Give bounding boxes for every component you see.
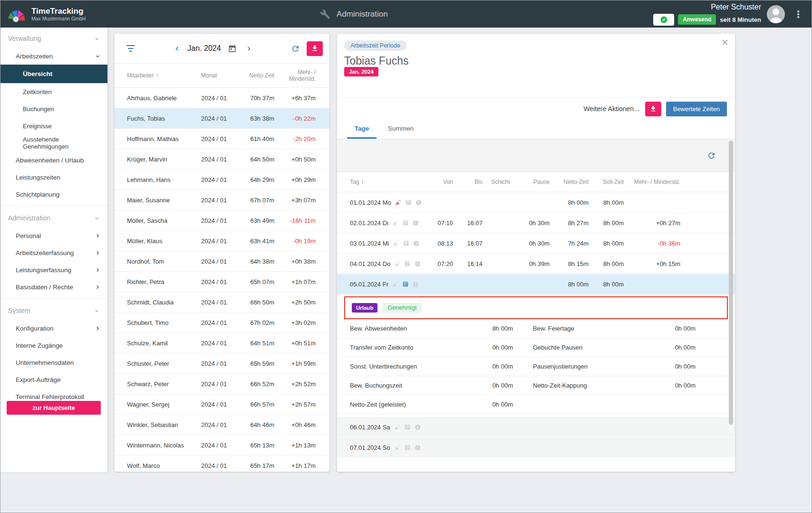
sort-header-tag[interactable]: Tag↑: [350, 179, 431, 185]
sidebar-item-arbeitszeiten[interactable]: Arbeitszeiten: [0, 48, 107, 65]
app-brand[interactable]: TimeTracking Max Mustermann GmbH: [0, 6, 86, 23]
topbar-section[interactable]: Administration: [320, 9, 388, 19]
sidebar-item-unternehmensdaten[interactable]: Unternehmensdaten: [0, 354, 107, 371]
employee-row[interactable]: Hoffmann, Mathias 2024 / 01 61h 40m -2h …: [115, 129, 329, 149]
employee-table-header: Mitarbeiter↑ Monat Netto-Zeit Mehr- / Mi…: [115, 64, 329, 88]
employee-row[interactable]: Maier, Susanne 2024 / 01 67h 07m +3h 07m: [115, 190, 329, 210]
close-icon[interactable]: ×: [722, 37, 728, 48]
sidebar-item-arbeitszeiterfassung[interactable]: Arbeitszeiterfassung: [0, 244, 107, 261]
sidebar-item-zeitkonten[interactable]: Zeitkonten: [0, 83, 107, 100]
period-actions: Weitere Aktionen... Bewertete Zeiten: [337, 98, 735, 120]
employee-row[interactable]: Richter, Petra 2024 / 01 65h 07m +1h 07m: [115, 272, 329, 292]
tabs: Tage Summen: [337, 120, 735, 139]
download-button[interactable]: [645, 102, 661, 116]
filter-icon[interactable]: [125, 43, 137, 54]
refresh-icon[interactable]: [289, 42, 302, 55]
day-netto: 8h 27m: [550, 219, 589, 227]
employee-net-time: 64h 51m: [241, 340, 274, 347]
day-row[interactable]: 03.01.2024 Mi 08:13 16:07 0h 30m 7h 24m: [337, 233, 735, 254]
chevron-down-icon: [94, 36, 100, 42]
topbar: TimeTracking Max Mustermann GmbH Adminis…: [0, 0, 812, 28]
chevron-right-icon: [95, 325, 101, 332]
employee-row[interactable]: Müller, Klaus 2024 / 01 63h 41m -0h 19m: [115, 231, 329, 251]
sidebar-item-export-auftraege[interactable]: Export-Aufträge: [0, 371, 107, 388]
employee-name: Schwarz, Peter: [127, 380, 201, 388]
day-row[interactable]: 01.01.2024 Mo 8h 00m 8h 00m: [337, 192, 735, 213]
employee-net-time: 67h 02m: [241, 319, 274, 326]
sidebar-section-administration[interactable]: Administration: [0, 209, 107, 227]
employee-diff: -16h 11m: [274, 217, 316, 224]
employee-row[interactable]: Schubert, Timo 2024 / 01 67h 02m +3h 02m: [115, 313, 329, 333]
sidebar-item-personal[interactable]: Personal: [0, 227, 107, 244]
employee-row[interactable]: Schwarz, Peter 2024 / 01 66h 52m +2h 52m: [115, 374, 329, 394]
sidebar-item-abwesenheiten-urlaub[interactable]: Abwesenheiten / Urlaub: [0, 152, 107, 169]
sidebar-item-ausstehende-genehmigungen[interactable]: Ausstehende Genehmigungen: [0, 134, 107, 152]
employee-row[interactable]: Wintermann, Nicolas 2024 / 01 65h 13m +1…: [115, 435, 329, 456]
employee-row[interactable]: Wolf, Marco 2024 / 01 65h 17m +1h 17m: [115, 456, 329, 472]
day-diff: +0h 15m: [624, 260, 680, 267]
sidebar-item-konfiguration[interactable]: Konfiguration: [0, 320, 107, 337]
user-name: Peter Schuster: [711, 3, 761, 11]
employee-month: 2024 / 01: [201, 319, 241, 326]
kebab-menu-icon[interactable]: ⋮: [791, 9, 806, 20]
employee-row[interactable]: Krüger, Marvin 2024 / 01 64h 50m +0h 50m: [115, 149, 329, 170]
employee-row[interactable]: Fuchs, Tobias 2024 / 01 63h 38m -0h 22m: [115, 108, 329, 129]
day-row[interactable]: 02.01.2024 Di 07:10 16:07 0h 30m 8h 27m: [337, 213, 735, 233]
day-row[interactable]: 06.01.2024 Sa: [337, 417, 735, 437]
avatar[interactable]: [767, 5, 785, 23]
day-row[interactable]: 05.01.2024 Fr 8h 00m 8h 00m: [337, 274, 735, 294]
col-netto-zeit: Netto-Zeit: [550, 179, 589, 185]
employee-row[interactable]: Wagner, Sergej 2024 / 01 66h 57m +2h 57m: [115, 394, 329, 415]
day-row[interactable]: 04.01.2024 Do 07:20 16:14 0h 39m 8h 15m: [337, 254, 735, 274]
absence-highlight-row[interactable]: Urlaub Genehmigt: [344, 296, 728, 319]
sidebar-item-basisdaten-rechte[interactable]: Basisdaten / Rechte: [0, 278, 107, 295]
sidebar-item-buchungen[interactable]: Buchungen: [0, 100, 107, 117]
day-pause: 0h 30m: [523, 219, 550, 227]
more-actions-trigger[interactable]: Weitere Aktionen...: [583, 105, 639, 113]
sort-header-mitarbeiter[interactable]: Mitarbeiter↑: [127, 72, 201, 79]
sidebar-section-verwaltung[interactable]: Verwaltung: [0, 29, 107, 48]
bewertete-zeiten-button[interactable]: Bewertete Zeiten: [666, 102, 727, 116]
day-date: 07.01.2024 So: [350, 444, 390, 451]
home-button[interactable]: zur Hauptseite: [7, 401, 101, 415]
calendar-picker-icon[interactable]: [226, 42, 239, 55]
status-badge: Anwesend: [678, 14, 716, 25]
employee-row[interactable]: Schuster, Peter 2024 / 01 65h 59m +1h 59…: [115, 353, 329, 374]
tab-tage[interactable]: Tage: [347, 120, 377, 139]
employee-row[interactable]: Lehmann, Hans 2024 / 01 64h 29m +0h 29m: [115, 170, 329, 190]
employee-row[interactable]: Nordhof, Tom 2024 / 01 64h 38m +0h 38m: [115, 251, 329, 272]
day-bis: 16:07: [453, 219, 483, 227]
employee-row[interactable]: Winkler, Sebastian 2024 / 01 64h 46m +0h…: [115, 415, 329, 435]
employee-name: Wagner, Sergej: [127, 401, 201, 408]
employee-net-time: 66h 52m: [241, 380, 274, 388]
employee-row[interactable]: Schulze, Kamil 2024 / 01 64h 51m +0h 51m: [115, 333, 329, 353]
detail-label: Netto-Zeit (geleistet): [350, 401, 469, 408]
presence-check-button[interactable]: [653, 14, 674, 26]
day-von: 08:13: [431, 240, 453, 247]
tab-summen[interactable]: Summen: [386, 120, 416, 139]
download-button[interactable]: [307, 41, 323, 56]
detail-value: 0h 00m: [656, 325, 696, 332]
sidebar-item-interne-zugaenge[interactable]: Interne Zugänge: [0, 337, 107, 354]
sidebar-item-ereignisse[interactable]: Ereignisse: [0, 117, 107, 134]
sidebar-item-leistungserfassung[interactable]: Leistungserfassung: [0, 261, 107, 278]
employee-row[interactable]: Schmidt, Claudia 2024 / 01 66h 50m +2h 5…: [115, 292, 329, 313]
day-row[interactable]: 07.01.2024 So: [337, 437, 735, 458]
detail-label: Sonst. Unterbrechungen: [350, 363, 469, 370]
sidebar-section-system[interactable]: System: [0, 302, 107, 320]
employee-row[interactable]: Ahrhaus, Gabriele 2024 / 01 70h 37m +6h …: [115, 88, 329, 108]
employee-row[interactable]: Möller, Sascha 2024 / 01 63h 49m -16h 11…: [115, 210, 329, 231]
sidebar-item-uebersicht[interactable]: Übersicht: [0, 65, 107, 83]
day-date: 05.01.2024 Fr: [350, 281, 388, 288]
employee-name: Möller, Sascha: [127, 217, 201, 224]
next-month-icon[interactable]: [243, 43, 254, 54]
sidebar-item-leistungszeiten[interactable]: Leistungszeiten: [0, 169, 107, 186]
day-netto: 8h 00m: [550, 199, 589, 206]
sidebar-item-schichtplanung[interactable]: Schichtplanung: [0, 186, 107, 203]
scrollbar-thumb[interactable]: [729, 141, 733, 425]
employee-name: Schulze, Kamil: [127, 340, 201, 347]
party-popper-icon: [394, 260, 401, 267]
month-label: Jan. 2024: [187, 44, 221, 53]
refresh-icon[interactable]: [705, 149, 718, 162]
prev-month-icon[interactable]: [172, 43, 183, 54]
